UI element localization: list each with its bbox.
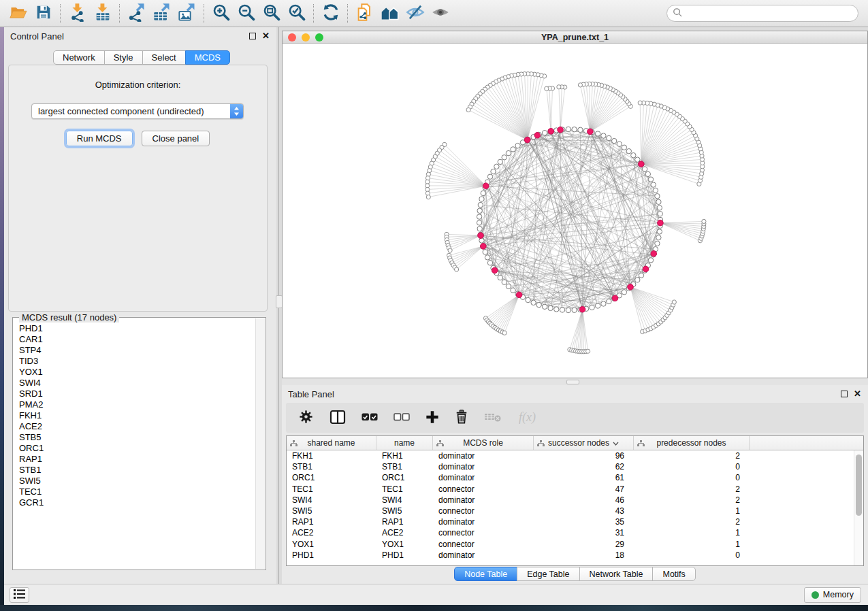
network-hub-node[interactable] — [483, 183, 489, 189]
close-panel-button[interactable]: Close panel — [142, 131, 210, 146]
network-node[interactable] — [607, 135, 611, 140]
table-row[interactable]: SWI4SWI4dominator462 — [287, 495, 863, 506]
close-window-traffic-light[interactable] — [288, 33, 296, 42]
search-input[interactable] — [683, 8, 858, 18]
mcds-result-item[interactable]: STB1 — [19, 465, 266, 476]
network-node[interactable] — [479, 197, 484, 201]
network-node[interactable] — [548, 306, 553, 310]
network-node[interactable] — [477, 220, 481, 225]
network-leaf-node[interactable] — [545, 86, 549, 90]
delete-column-button[interactable] — [455, 406, 468, 430]
network-hub-node[interactable] — [612, 295, 618, 301]
network-node[interactable] — [655, 194, 660, 199]
network-node[interactable] — [506, 150, 511, 155]
table-row[interactable]: ORC1ORC1dominator610 — [287, 472, 863, 483]
maximize-window-traffic-light[interactable] — [315, 33, 323, 42]
network-node[interactable] — [601, 133, 606, 138]
tab-motifs[interactable]: Motifs — [652, 567, 695, 581]
float-table-panel-icon[interactable] — [841, 391, 848, 397]
network-node[interactable] — [657, 229, 662, 234]
network-node[interactable] — [656, 235, 661, 240]
network-node[interactable] — [515, 143, 520, 148]
network-node[interactable] — [477, 214, 481, 219]
search-box[interactable] — [666, 5, 858, 22]
horizontal-splitter-handle[interactable] — [566, 380, 579, 384]
network-hub-node[interactable] — [651, 251, 657, 257]
network-node[interactable] — [639, 273, 643, 278]
network-node[interactable] — [506, 284, 511, 288]
mcds-result-item[interactable]: TEC1 — [19, 486, 266, 497]
mcds-result-item[interactable]: ORC1 — [19, 443, 266, 454]
zoom-out-button[interactable] — [234, 2, 259, 25]
network-node[interactable] — [536, 302, 541, 307]
network-node[interactable] — [572, 127, 577, 132]
mcds-result-item[interactable]: SWI5 — [19, 476, 266, 486]
open-file-button[interactable] — [5, 2, 31, 25]
vertical-splitter[interactable] — [276, 27, 282, 584]
network-node[interactable] — [531, 300, 536, 305]
export-image-button[interactable] — [174, 2, 199, 25]
network-node[interactable] — [578, 127, 583, 132]
network-node[interactable] — [554, 307, 559, 312]
split-panel-button[interactable] — [329, 406, 346, 430]
network-node[interactable] — [645, 171, 650, 176]
network-node[interactable] — [658, 212, 662, 216]
network-node[interactable] — [566, 127, 570, 131]
mcds-result-item[interactable]: ACE2 — [19, 421, 266, 432]
network-node[interactable] — [498, 159, 502, 164]
table-row[interactable]: FKH1FKH1dominator962 — [287, 450, 863, 461]
network-node[interactable] — [485, 255, 489, 260]
table-row[interactable]: YOX1YOX1connector291 — [287, 539, 863, 550]
column-header-successor-nodes[interactable]: successor nodes — [534, 436, 634, 450]
mcds-result-item[interactable]: SRD1 — [19, 389, 266, 399]
network-node[interactable] — [648, 258, 653, 263]
mcds-result-item[interactable]: YOX1 — [19, 367, 266, 378]
network-node[interactable] — [511, 288, 515, 293]
network-node[interactable] — [631, 153, 636, 158]
network-node[interactable] — [477, 227, 482, 231]
zoom-fit-button[interactable] — [259, 2, 284, 25]
network-leaf-node[interactable] — [448, 248, 452, 252]
network-node[interactable] — [657, 205, 662, 210]
float-panel-icon[interactable] — [249, 33, 256, 39]
tab-style[interactable]: Style — [104, 50, 143, 65]
network-node[interactable] — [542, 304, 547, 309]
network-hub-node[interactable] — [588, 129, 594, 135]
mcds-result-scrollbar[interactable] — [255, 318, 265, 569]
table-row[interactable]: STB1STB1dominator620 — [287, 461, 863, 472]
network-node[interactable] — [566, 308, 570, 312]
network-node[interactable] — [478, 202, 483, 207]
export-network-button[interactable] — [124, 2, 149, 25]
network-node[interactable] — [511, 147, 515, 152]
network-hub-node[interactable] — [628, 284, 634, 291]
network-node[interactable] — [642, 167, 647, 171]
horizontal-splitter[interactable] — [282, 378, 868, 385]
network-node[interactable] — [477, 208, 482, 213]
network-node[interactable] — [542, 131, 547, 135]
network-node[interactable] — [635, 157, 640, 162]
tab-select[interactable]: Select — [142, 50, 186, 65]
refresh-button[interactable] — [318, 2, 343, 25]
network-hub-node[interactable] — [524, 137, 530, 143]
zoom-in-button[interactable] — [208, 2, 234, 25]
network-node[interactable] — [590, 305, 594, 310]
deselect-all-button[interactable] — [393, 406, 410, 430]
network-hub-node[interactable] — [658, 220, 664, 226]
network-hub-node[interactable] — [478, 233, 484, 239]
network-node[interactable] — [653, 188, 658, 193]
mcds-result-item[interactable]: CAR1 — [19, 334, 266, 345]
network-node[interactable] — [595, 303, 600, 308]
network-node[interactable] — [607, 299, 611, 303]
network-node[interactable] — [648, 177, 653, 182]
mcds-result-item[interactable]: SWI4 — [19, 378, 266, 389]
criterion-dropdown[interactable]: largest connected component (undirected) — [31, 103, 244, 119]
network-node[interactable] — [483, 250, 487, 254]
tab-edge-table[interactable]: Edge Table — [517, 567, 579, 581]
import-network-button[interactable] — [65, 2, 90, 25]
table-row[interactable]: SWI5SWI5connector431 — [287, 506, 863, 516]
network-leaf-node[interactable] — [426, 195, 430, 199]
network-window-titlebar[interactable]: YPA_prune.txt_1 — [283, 31, 867, 44]
network-node[interactable] — [481, 191, 485, 195]
network-canvas[interactable] — [283, 44, 867, 378]
task-history-button[interactable] — [10, 587, 29, 603]
